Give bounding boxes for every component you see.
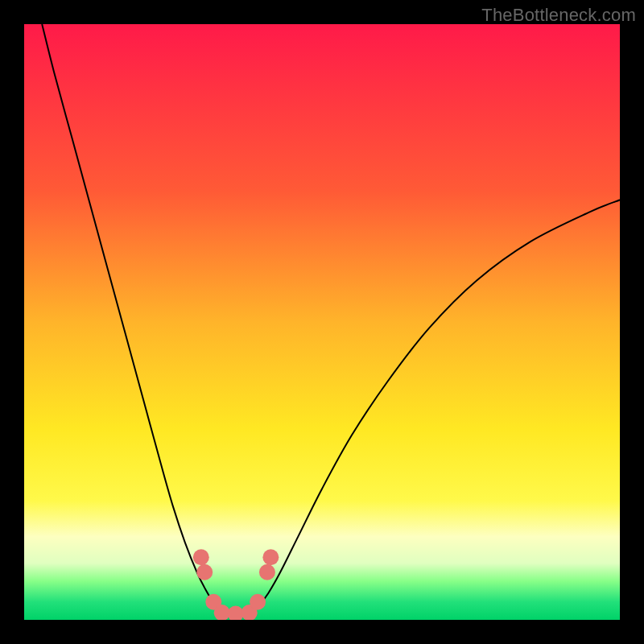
- marker-dot: [262, 549, 279, 565]
- marker-dot: [196, 564, 213, 580]
- bottleneck-chart: [24, 24, 620, 620]
- gradient-background: [24, 24, 620, 620]
- watermark-text: TheBottleneck.com: [481, 5, 636, 26]
- marker-dot: [259, 564, 275, 580]
- plot-frame: [24, 24, 620, 620]
- marker-dot: [250, 594, 266, 610]
- marker-dot: [193, 549, 209, 565]
